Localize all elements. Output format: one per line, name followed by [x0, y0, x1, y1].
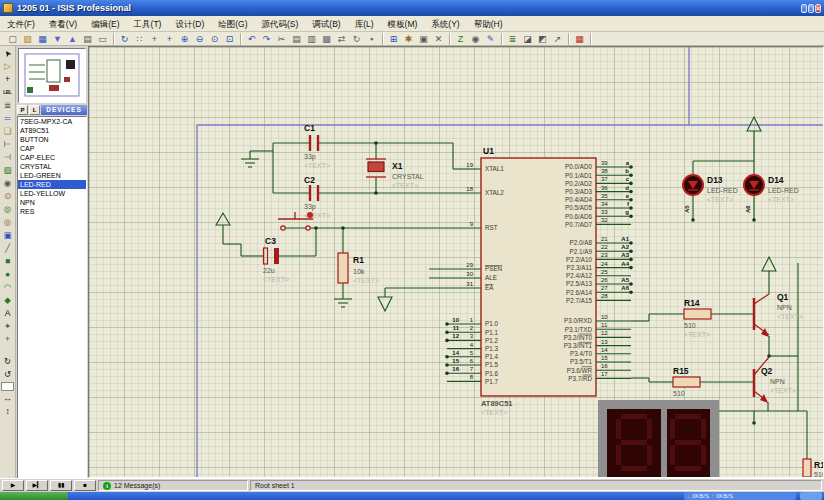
device-item-led-red[interactable]: LED-RED [18, 180, 86, 189]
capacitor-c2[interactable] [309, 185, 319, 201]
resistor-r15[interactable] [673, 377, 700, 387]
power-terminal[interactable] [747, 117, 761, 131]
power-terminal[interactable] [216, 213, 230, 225]
menu-item-2[interactable]: 编辑(E) [84, 17, 126, 31]
undo-button[interactable]: ↶ [244, 33, 259, 45]
capacitor-c1[interactable] [309, 135, 319, 151]
import-section-button[interactable]: ▼ [50, 33, 65, 45]
schematic-editor[interactable]: C1 33p <TEXT> C2 33p <TEXT> X1 CRYSTAL <… [88, 46, 824, 478]
2d-line-mode-button[interactable]: ╱ [1, 242, 15, 255]
device-item-led-green[interactable]: LED-GREEN [18, 171, 86, 180]
play-button[interactable]: ▶ [2, 480, 24, 491]
library-button[interactable]: L [29, 105, 40, 115]
menu-item-7[interactable]: 调试(B) [305, 17, 347, 31]
device-item-cap[interactable]: CAP [18, 144, 86, 153]
mirror-vertical-button[interactable]: ↕ [1, 405, 15, 418]
menu-item-5[interactable]: 绘图(G) [211, 17, 254, 31]
wire-autorouter-button[interactable]: Z [453, 33, 468, 45]
block-copy-button[interactable]: ▩ [319, 33, 334, 45]
search-tag-button[interactable]: ◉ [468, 33, 483, 45]
make-device-button[interactable]: ✱ [401, 33, 416, 45]
new-file-button[interactable]: ▢ [5, 33, 20, 45]
tray-toggle-button[interactable] [800, 492, 822, 500]
minimize-button[interactable]: _ [801, 4, 807, 13]
pause-button[interactable]: ▮▮ [50, 480, 72, 491]
2d-symbol-mode-button[interactable]: ✦ [1, 320, 15, 333]
graph-mode-button[interactable]: ▧ [1, 164, 15, 177]
pick-parts-button[interactable]: ⊞ [386, 33, 401, 45]
menu-item-11[interactable]: 帮助(H) [467, 17, 510, 31]
seven-segment-display[interactable] [598, 400, 719, 477]
resistor-r1[interactable] [338, 253, 348, 283]
message-panel[interactable]: i 12 Message(s) [98, 480, 248, 491]
virtual-instrument-mode-button[interactable]: ▣ [1, 229, 15, 242]
2d-box-mode-button[interactable]: ■ [1, 255, 15, 268]
device-item-led-yellow[interactable]: LED-YELLOW [18, 189, 86, 198]
bus-mode-button[interactable]: ═ [1, 112, 15, 125]
junction-dot[interactable] [341, 226, 345, 230]
2d-marker-mode-button[interactable]: + [1, 333, 15, 346]
goto-sheet-button[interactable]: ↗ [550, 33, 565, 45]
voltage-probe-mode-button[interactable]: ◎ [1, 203, 15, 216]
mirror-horizontal-button[interactable]: ↔ [1, 392, 15, 405]
maximize-button[interactable]: □ [808, 4, 814, 13]
rotation-angle-display[interactable] [1, 382, 14, 391]
block-delete-button[interactable]: ▪ [364, 33, 379, 45]
cut-button[interactable]: ✂ [274, 33, 289, 45]
generator-mode-button[interactable]: ⊙ [1, 190, 15, 203]
zoom-area-button[interactable]: ⊡ [222, 33, 237, 45]
menu-item-6[interactable]: 源代码(S) [255, 17, 306, 31]
ground-terminal[interactable] [378, 297, 392, 311]
device-item-at89c51[interactable]: AT89C51 [18, 126, 86, 135]
junction-dot[interactable] [374, 141, 378, 145]
toggle-grid-button[interactable]: ∷ [132, 33, 147, 45]
print-button[interactable]: ▤ [80, 33, 95, 45]
redo-button[interactable]: ↷ [259, 33, 274, 45]
junction-dot-mode-button[interactable]: + [1, 73, 15, 86]
junction-dot[interactable] [374, 191, 378, 195]
junction-dot[interactable] [752, 421, 756, 425]
power-terminal[interactable] [762, 257, 776, 271]
junction-dot[interactable] [752, 218, 756, 222]
transistor-q2[interactable] [754, 357, 769, 403]
start-button[interactable] [0, 492, 68, 500]
save-file-button[interactable]: ▦ [35, 33, 50, 45]
remove-sheet-button[interactable]: ◩ [535, 33, 550, 45]
text-script-mode-button[interactable]: ≣ [1, 99, 15, 112]
close-button[interactable]: × [815, 4, 821, 13]
resistor-r16[interactable] [803, 459, 811, 477]
paste-button[interactable]: ▥ [304, 33, 319, 45]
bill-of-materials-button[interactable]: ▦ [572, 33, 587, 45]
pick-device-button[interactable]: P [17, 105, 28, 115]
step-button[interactable]: ▶▎ [26, 480, 48, 491]
terminal-mode-button[interactable]: ⊢ [1, 138, 15, 151]
transistor-q1[interactable] [754, 294, 769, 337]
junction-dot[interactable] [314, 226, 318, 230]
device-item-crystal[interactable]: CRYSTAL [18, 162, 86, 171]
property-assignment-button[interactable]: ✎ [483, 33, 498, 45]
resistor-r14[interactable] [684, 309, 711, 319]
stop-button[interactable]: ■ [74, 480, 96, 491]
rotate-cw-button[interactable]: ↻ [1, 355, 15, 368]
junction-dot[interactable] [691, 218, 695, 222]
capacitor-c3[interactable] [264, 248, 280, 264]
current-probe-mode-button[interactable]: ◎ [1, 216, 15, 229]
menu-item-3[interactable]: 工具(T) [127, 17, 169, 31]
device-item-cap-elec[interactable]: CAP-ELEC [18, 153, 86, 162]
device-item-7seg-mpx2-ca[interactable]: 7SEG-MPX2-CA [18, 117, 86, 126]
menu-item-10[interactable]: 系统(Y) [424, 17, 466, 31]
zoom-view-button[interactable]: ⊙ [207, 33, 222, 45]
subcircuit-mode-button[interactable]: ❏ [1, 125, 15, 138]
copy-button[interactable]: ▤ [289, 33, 304, 45]
overview-thumbnail[interactable] [18, 48, 86, 103]
led-d13[interactable] [683, 175, 703, 195]
menu-item-0[interactable]: 文件(F) [0, 17, 42, 31]
pan-button[interactable]: + [162, 33, 177, 45]
2d-circle-mode-button[interactable]: ● [1, 268, 15, 281]
led-d14[interactable] [744, 175, 764, 195]
2d-path-mode-button[interactable]: ◆ [1, 294, 15, 307]
menu-item-4[interactable]: 设计(D) [168, 17, 211, 31]
device-item-npn[interactable]: NPN [18, 198, 86, 207]
menu-item-8[interactable]: 库(L) [348, 17, 381, 31]
wire-label-mode-button[interactable]: LBL [1, 86, 15, 99]
